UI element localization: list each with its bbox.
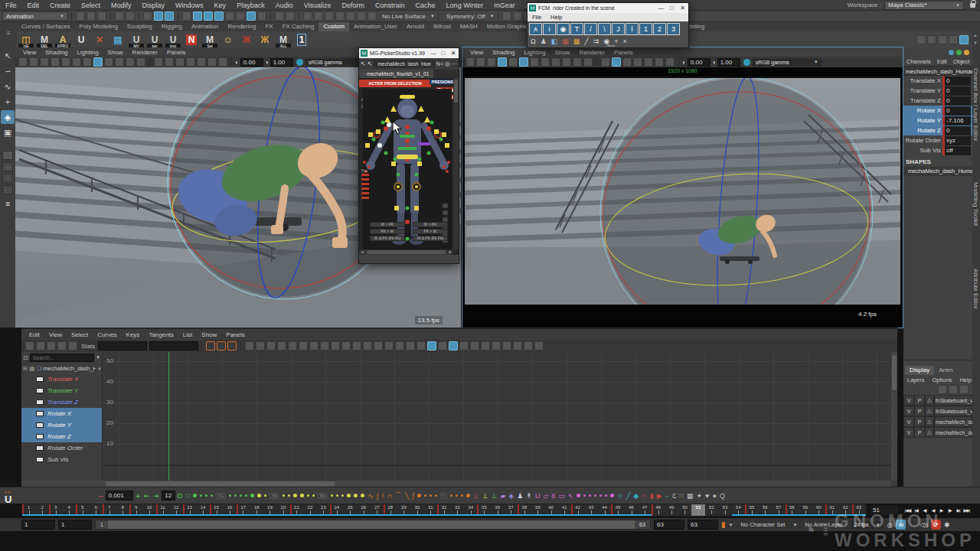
menu-item[interactable]: Visualize [299, 2, 337, 9]
fcm-icon[interactable]: ⇉ [593, 37, 599, 45]
fcm-tool-button[interactable]: 1 [639, 23, 652, 35]
toolbar-icon[interactable] [601, 57, 610, 67]
layout-outliner-button[interactable] [2, 185, 13, 194]
tool-button[interactable]: ∿ [1, 80, 15, 93]
toolbar-icon[interactable] [524, 341, 533, 350]
exposure-field[interactable]: 0.00 [240, 58, 263, 67]
toolbar-icon[interactable] [245, 341, 254, 350]
toolbar-icon[interactable] [83, 57, 92, 67]
toolbar-icon[interactable] [481, 341, 490, 350]
animbot-slider-dot[interactable] [354, 494, 358, 497]
viewport-menu-item[interactable]: Shading [488, 49, 519, 56]
picker-button[interactable] [394, 206, 399, 210]
layer-visibility-toggle[interactable]: V [903, 427, 914, 438]
channel-attribute-row[interactable]: Translate X 0 [903, 76, 972, 86]
color-management-icon[interactable] [296, 59, 303, 66]
timeline-frame[interactable]: 50 [678, 504, 691, 516]
animbot-slider-dot[interactable] [331, 494, 333, 497]
picker-tab[interactable]: · mechaMech_flourish_v1_01 [359, 70, 433, 79]
animbot-tool-icon[interactable]: ▰ [500, 492, 505, 500]
layer-row[interactable]: V P △ lhSkateboard_v00 [903, 395, 972, 406]
animbot-tool-icon[interactable]: ▶ [657, 492, 662, 500]
toolbar-icon[interactable] [949, 35, 958, 44]
menu-item[interactable]: Display [137, 2, 171, 9]
animbot-tool-icon[interactable]: ⊥ [473, 492, 479, 500]
gamma-field[interactable]: 1.00 [270, 58, 293, 67]
layer-playback-toggle[interactable]: P [914, 406, 925, 416]
picker-button[interactable] [447, 161, 450, 164]
toolbar-icon[interactable] [247, 11, 256, 21]
graph-hscrollbar[interactable] [21, 481, 891, 487]
animbot-tool-icon[interactable]: ▱ [543, 492, 548, 500]
toolbar-icon[interactable] [959, 385, 969, 394]
animbot-tool-icon[interactable]: ↖ [568, 492, 574, 500]
animbot-slider-dot[interactable] [336, 494, 338, 497]
channel-object-name[interactable]: mechaMech_dash_Human:R_am [903, 66, 972, 76]
picker-button[interactable] [405, 139, 410, 143]
step-back-key-button[interactable]: ◀| [920, 505, 929, 515]
viewport-right-scene[interactable] [462, 67, 903, 328]
ik-fk-switch-button[interactable]: FK > IK [370, 229, 405, 234]
animbot-slider-dot[interactable] [347, 494, 351, 497]
animbot-slider-dot[interactable] [599, 494, 602, 497]
fcm-tool-button[interactable]: ∧ [529, 23, 542, 35]
fcm-icon[interactable]: ♟ [541, 37, 547, 45]
fcm-tool-button[interactable]: 2 [653, 23, 666, 35]
animation-end-field[interactable]: 63 [688, 520, 718, 530]
menu-item[interactable]: Select [76, 2, 106, 9]
toolbar-icon[interactable] [18, 57, 28, 67]
shelf-item[interactable]: U jmp [165, 32, 181, 47]
picker-button[interactable] [394, 158, 397, 161]
outliner-icon[interactable]: ≣ [1, 197, 15, 210]
bookmark-caret[interactable]: ▼ [729, 523, 733, 527]
fcm-tool-button[interactable]: 3 [667, 23, 680, 35]
ik-fk-switch-button[interactable]: IK > FK [370, 222, 405, 227]
toolbar-icon[interactable] [68, 341, 77, 350]
toolbar-icon[interactable] [154, 57, 163, 67]
toolbar-icon[interactable] [476, 57, 485, 67]
animbot-tool-icon[interactable]: Q [720, 492, 725, 500]
graph-channel-row[interactable]: Rotate Order [21, 442, 102, 454]
toolbar-icon[interactable] [508, 57, 518, 67]
gamma-icon[interactable]: ◑ [265, 59, 269, 66]
picker-titlebar[interactable]: M MG-PickerStudio v1.99 — □ ✕ [359, 48, 459, 58]
hotbox-icon[interactable]: ◎ [887, 521, 893, 529]
toolbar-icon[interactable] [346, 11, 355, 21]
fcm-tool-button[interactable]: J [612, 23, 625, 35]
pencil-icon[interactable] [964, 50, 969, 55]
animation-preferences-icon[interactable]: ✱ [944, 521, 950, 529]
play-backwards-button[interactable]: ◀ [929, 505, 937, 515]
fcm-menu-item[interactable]: Help [546, 14, 567, 21]
picker-button[interactable] [405, 125, 410, 129]
toolbar-icon[interactable] [29, 57, 38, 67]
toolbar-icon[interactable] [331, 341, 340, 350]
animbot-slider-dot[interactable] [435, 494, 437, 497]
shelf-tab[interactable]: Rendering [223, 22, 260, 31]
toolbar-icon[interactable] [314, 11, 323, 21]
picker-button[interactable] [445, 143, 449, 148]
fcm-tool-button[interactable]: l [626, 23, 639, 35]
toolbar-icon[interactable] [449, 341, 458, 350]
picker-button[interactable] [391, 161, 396, 166]
toolbar-icon[interactable] [115, 11, 124, 21]
range-slider-start-handle[interactable]: 1 [96, 520, 108, 529]
animbot-tool-icon[interactable]: ≀ [381, 492, 384, 500]
picker-vscrollbar[interactable] [453, 78, 459, 249]
layer-name[interactable]: lhSkateboard_v00 [934, 406, 972, 416]
animbot-slider-dot[interactable] [450, 494, 452, 497]
toolbar-icon[interactable] [622, 57, 632, 67]
picker-button[interactable] [387, 122, 391, 127]
animbot-slider-dot[interactable] [229, 494, 231, 497]
toolbar-icon[interactable] [612, 57, 621, 67]
toolbar-icon[interactable] [320, 341, 329, 350]
ik-fk-switch-button[interactable]: IK & FK (Fk Fk) [413, 236, 448, 241]
ik-fk-switch-button[interactable]: IK & FK (Fk Fk) [370, 236, 405, 241]
channel-attribute-row[interactable]: Sub Vis off [903, 145, 972, 155]
toolbar-icon[interactable] [207, 57, 217, 67]
shelf-item[interactable]: U per [146, 32, 163, 47]
character-icon[interactable] [949, 50, 954, 55]
animbot-tool-icon[interactable]: ▭ [558, 492, 565, 500]
animbot-tool-icon[interactable]: ♟ [517, 492, 523, 500]
picker-button[interactable] [442, 132, 446, 137]
layer-playback-toggle[interactable]: P [914, 427, 925, 438]
